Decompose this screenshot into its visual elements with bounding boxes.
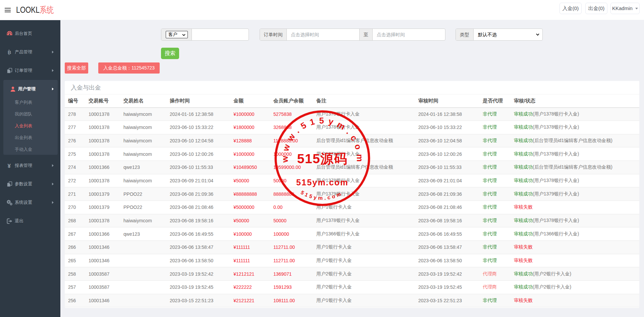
svg-text:¥: ¥ [8, 163, 11, 169]
svg-text:515ym.com: 515ym.com [300, 189, 342, 201]
svg-text:515ym.com: 515ym.com [296, 178, 348, 187]
svg-text:B: B [8, 50, 11, 55]
svg-text:515源码: 515源码 [297, 151, 348, 166]
